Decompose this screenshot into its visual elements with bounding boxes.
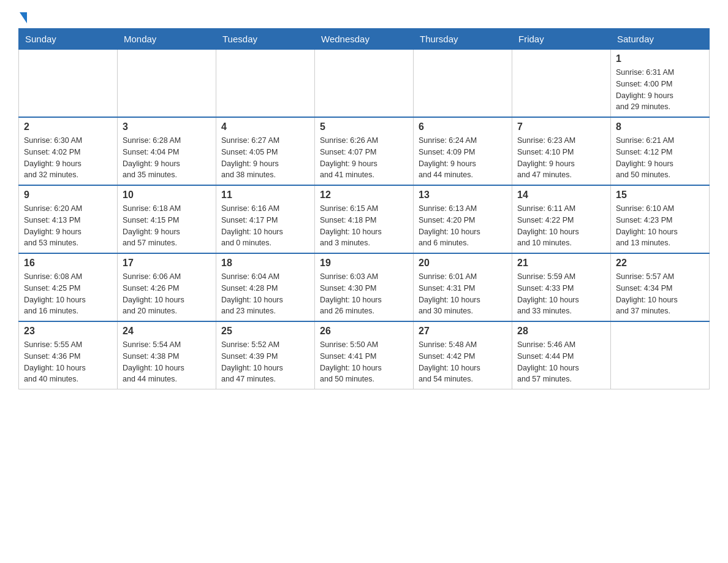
day-info: Sunrise: 6:08 AM Sunset: 4:25 PM Dayligh… <box>24 271 112 317</box>
calendar-cell: 20Sunrise: 6:01 AM Sunset: 4:31 PM Dayli… <box>414 253 512 321</box>
day-info: Sunrise: 6:03 AM Sunset: 4:30 PM Dayligh… <box>320 271 408 317</box>
calendar-cell: 11Sunrise: 6:16 AM Sunset: 4:17 PM Dayli… <box>216 185 315 253</box>
calendar-cell: 19Sunrise: 6:03 AM Sunset: 4:30 PM Dayli… <box>315 253 414 321</box>
day-number: 23 <box>24 326 112 337</box>
calendar-cell <box>512 50 611 118</box>
day-number: 13 <box>419 190 507 201</box>
day-number: 11 <box>221 190 309 201</box>
day-number: 14 <box>517 190 605 201</box>
calendar-cell: 6Sunrise: 6:24 AM Sunset: 4:09 PM Daylig… <box>414 117 512 185</box>
calendar-week-row: 16Sunrise: 6:08 AM Sunset: 4:25 PM Dayli… <box>19 253 710 321</box>
calendar-cell: 7Sunrise: 6:23 AM Sunset: 4:10 PM Daylig… <box>512 117 611 185</box>
day-info: Sunrise: 6:15 AM Sunset: 4:18 PM Dayligh… <box>320 203 408 249</box>
day-number: 4 <box>221 121 309 132</box>
calendar-header-row: SundayMondayTuesdayWednesdayThursdayFrid… <box>19 29 710 50</box>
day-number: 25 <box>221 326 309 337</box>
weekday-header-sunday: Sunday <box>19 29 118 50</box>
weekday-header-saturday: Saturday <box>611 29 710 50</box>
calendar-cell: 16Sunrise: 6:08 AM Sunset: 4:25 PM Dayli… <box>19 253 118 321</box>
day-number: 7 <box>517 121 605 132</box>
day-info: Sunrise: 6:27 AM Sunset: 4:05 PM Dayligh… <box>221 135 309 181</box>
day-number: 3 <box>123 121 211 132</box>
page-header <box>18 12 710 22</box>
day-info: Sunrise: 6:20 AM Sunset: 4:13 PM Dayligh… <box>24 203 112 249</box>
day-number: 15 <box>616 190 704 201</box>
day-number: 22 <box>616 258 704 269</box>
day-number: 1 <box>616 53 704 64</box>
calendar-week-row: 2Sunrise: 6:30 AM Sunset: 4:02 PM Daylig… <box>19 117 710 185</box>
day-info: Sunrise: 6:30 AM Sunset: 4:02 PM Dayligh… <box>24 135 112 181</box>
calendar-cell: 21Sunrise: 5:59 AM Sunset: 4:33 PM Dayli… <box>512 253 611 321</box>
calendar-week-row: 1Sunrise: 6:31 AM Sunset: 4:00 PM Daylig… <box>19 50 710 118</box>
calendar-table: SundayMondayTuesdayWednesdayThursdayFrid… <box>18 28 710 389</box>
day-number: 27 <box>419 326 507 337</box>
weekday-header-monday: Monday <box>118 29 216 50</box>
day-info: Sunrise: 5:48 AM Sunset: 4:42 PM Dayligh… <box>419 339 507 385</box>
calendar-cell: 5Sunrise: 6:26 AM Sunset: 4:07 PM Daylig… <box>315 117 414 185</box>
calendar-cell: 3Sunrise: 6:28 AM Sunset: 4:04 PM Daylig… <box>118 117 216 185</box>
weekday-header-tuesday: Tuesday <box>216 29 315 50</box>
day-info: Sunrise: 6:11 AM Sunset: 4:22 PM Dayligh… <box>517 203 605 249</box>
day-number: 18 <box>221 258 309 269</box>
calendar-cell: 28Sunrise: 5:46 AM Sunset: 4:44 PM Dayli… <box>512 321 611 389</box>
weekday-header-friday: Friday <box>512 29 611 50</box>
day-number: 17 <box>123 258 211 269</box>
calendar-week-row: 9Sunrise: 6:20 AM Sunset: 4:13 PM Daylig… <box>19 185 710 253</box>
calendar-cell: 12Sunrise: 6:15 AM Sunset: 4:18 PM Dayli… <box>315 185 414 253</box>
logo-arrow-icon <box>20 12 27 23</box>
calendar-cell: 24Sunrise: 5:54 AM Sunset: 4:38 PM Dayli… <box>118 321 216 389</box>
day-info: Sunrise: 6:28 AM Sunset: 4:04 PM Dayligh… <box>123 135 211 181</box>
calendar-cell: 27Sunrise: 5:48 AM Sunset: 4:42 PM Dayli… <box>414 321 512 389</box>
calendar-cell <box>315 50 414 118</box>
day-info: Sunrise: 5:59 AM Sunset: 4:33 PM Dayligh… <box>517 271 605 317</box>
day-info: Sunrise: 6:21 AM Sunset: 4:12 PM Dayligh… <box>616 135 704 181</box>
day-number: 10 <box>123 190 211 201</box>
calendar-cell <box>19 50 118 118</box>
day-number: 26 <box>320 326 408 337</box>
day-number: 9 <box>24 190 112 201</box>
calendar-cell: 1Sunrise: 6:31 AM Sunset: 4:00 PM Daylig… <box>611 50 710 118</box>
calendar-cell <box>216 50 315 118</box>
day-number: 6 <box>419 121 507 132</box>
day-number: 24 <box>123 326 211 337</box>
day-info: Sunrise: 6:31 AM Sunset: 4:00 PM Dayligh… <box>616 67 704 113</box>
logo <box>18 12 27 22</box>
day-number: 19 <box>320 258 408 269</box>
day-info: Sunrise: 6:06 AM Sunset: 4:26 PM Dayligh… <box>123 271 211 317</box>
day-number: 8 <box>616 121 704 132</box>
calendar-cell <box>611 321 710 389</box>
day-info: Sunrise: 5:46 AM Sunset: 4:44 PM Dayligh… <box>517 339 605 385</box>
calendar-cell: 9Sunrise: 6:20 AM Sunset: 4:13 PM Daylig… <box>19 185 118 253</box>
day-info: Sunrise: 5:57 AM Sunset: 4:34 PM Dayligh… <box>616 271 704 317</box>
calendar-cell: 15Sunrise: 6:10 AM Sunset: 4:23 PM Dayli… <box>611 185 710 253</box>
calendar-cell: 4Sunrise: 6:27 AM Sunset: 4:05 PM Daylig… <box>216 117 315 185</box>
day-info: Sunrise: 5:52 AM Sunset: 4:39 PM Dayligh… <box>221 339 309 385</box>
day-info: Sunrise: 6:04 AM Sunset: 4:28 PM Dayligh… <box>221 271 309 317</box>
calendar-cell: 23Sunrise: 5:55 AM Sunset: 4:36 PM Dayli… <box>19 321 118 389</box>
calendar-cell: 26Sunrise: 5:50 AM Sunset: 4:41 PM Dayli… <box>315 321 414 389</box>
day-info: Sunrise: 6:24 AM Sunset: 4:09 PM Dayligh… <box>419 135 507 181</box>
calendar-week-row: 23Sunrise: 5:55 AM Sunset: 4:36 PM Dayli… <box>19 321 710 389</box>
calendar-cell: 25Sunrise: 5:52 AM Sunset: 4:39 PM Dayli… <box>216 321 315 389</box>
day-info: Sunrise: 6:16 AM Sunset: 4:17 PM Dayligh… <box>221 203 309 249</box>
day-info: Sunrise: 6:13 AM Sunset: 4:20 PM Dayligh… <box>419 203 507 249</box>
calendar-cell: 10Sunrise: 6:18 AM Sunset: 4:15 PM Dayli… <box>118 185 216 253</box>
calendar-cell: 17Sunrise: 6:06 AM Sunset: 4:26 PM Dayli… <box>118 253 216 321</box>
day-info: Sunrise: 5:55 AM Sunset: 4:36 PM Dayligh… <box>24 339 112 385</box>
day-number: 2 <box>24 121 112 132</box>
day-info: Sunrise: 5:54 AM Sunset: 4:38 PM Dayligh… <box>123 339 211 385</box>
day-number: 16 <box>24 258 112 269</box>
day-info: Sunrise: 5:50 AM Sunset: 4:41 PM Dayligh… <box>320 339 408 385</box>
weekday-header-thursday: Thursday <box>414 29 512 50</box>
day-number: 20 <box>419 258 507 269</box>
calendar-cell: 13Sunrise: 6:13 AM Sunset: 4:20 PM Dayli… <box>414 185 512 253</box>
calendar-cell <box>118 50 216 118</box>
calendar-cell: 2Sunrise: 6:30 AM Sunset: 4:02 PM Daylig… <box>19 117 118 185</box>
calendar-cell: 22Sunrise: 5:57 AM Sunset: 4:34 PM Dayli… <box>611 253 710 321</box>
day-number: 28 <box>517 326 605 337</box>
calendar-cell: 14Sunrise: 6:11 AM Sunset: 4:22 PM Dayli… <box>512 185 611 253</box>
day-info: Sunrise: 6:18 AM Sunset: 4:15 PM Dayligh… <box>123 203 211 249</box>
day-info: Sunrise: 6:01 AM Sunset: 4:31 PM Dayligh… <box>419 271 507 317</box>
day-number: 12 <box>320 190 408 201</box>
calendar-cell: 8Sunrise: 6:21 AM Sunset: 4:12 PM Daylig… <box>611 117 710 185</box>
